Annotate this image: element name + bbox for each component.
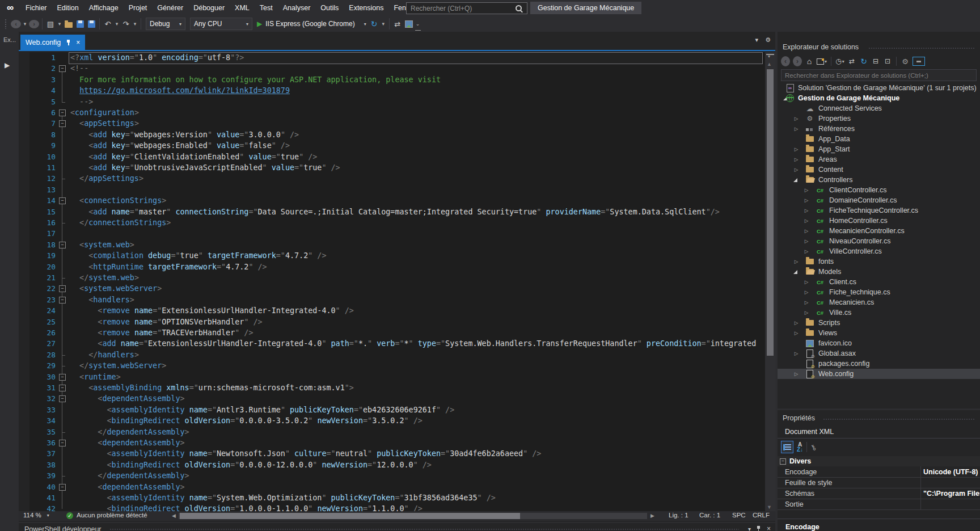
- undo-dropdown[interactable]: ▾: [114, 18, 120, 30]
- tree-item-content[interactable]: ▷Content: [778, 165, 980, 175]
- fold-collapse-icon[interactable]: −: [59, 109, 66, 116]
- chevron-collapsed-icon[interactable]: ▷: [804, 208, 809, 213]
- chevron-collapsed-icon[interactable]: ▷: [804, 289, 809, 295]
- switch-views-button[interactable]: ▾: [817, 56, 827, 66]
- chevron-collapsed-icon[interactable]: ▷: [804, 310, 809, 315]
- home-icon[interactable]: ⌂: [805, 56, 814, 66]
- code-editor[interactable]: ▲ ▼ 1<?xml version="1.0" encoding="utf-8…: [19, 52, 775, 511]
- chevron-collapsed-icon[interactable]: ▷: [804, 238, 809, 244]
- run-target-dropdown[interactable]: ▾: [364, 22, 366, 27]
- alphabetical-sort-button[interactable]: AZ↓: [797, 442, 803, 452]
- se-back-button[interactable]: ‹: [781, 56, 790, 66]
- status-spaces-mode[interactable]: SPC: [732, 512, 746, 519]
- tree-item-global-asax[interactable]: ▷⚙Global.asax: [778, 348, 980, 359]
- chevron-collapsed-icon[interactable]: ▷: [793, 167, 799, 172]
- tree-item-clientcontroller-cs[interactable]: ▷C#ClientController.cs: [778, 185, 980, 195]
- menu-affichage[interactable]: Affichage: [84, 0, 124, 16]
- status-column-number[interactable]: Car. : 1: [699, 512, 720, 519]
- tab-web-config[interactable]: Web.config ×: [20, 35, 85, 50]
- chevron-collapsed-icon[interactable]: ▷: [804, 218, 809, 224]
- menu-xml[interactable]: XML: [230, 0, 255, 16]
- close-tab-icon[interactable]: ×: [76, 39, 80, 47]
- property-value[interactable]: Unicode (UTF-8): [921, 466, 980, 477]
- menu-fichier[interactable]: Fichier: [20, 0, 52, 16]
- new-project-button[interactable]: ▤: [45, 18, 56, 30]
- rail-expand-arrow-icon[interactable]: ▶: [5, 61, 10, 69]
- navigate-back-dropdown[interactable]: ▾: [22, 18, 28, 30]
- panel-position-dropdown-icon[interactable]: ▾: [748, 526, 751, 531]
- fold-collapse-icon[interactable]: −: [59, 120, 66, 127]
- toolbar-grip[interactable]: [5, 19, 7, 29]
- tree-item-fiche-technique-cs[interactable]: ▷C#Fiche_technique.cs: [778, 287, 980, 297]
- tree-item-app-data[interactable]: App_Data: [778, 134, 980, 144]
- properties-title[interactable]: Propriétés: [783, 414, 815, 422]
- show-all-files-button[interactable]: ⊡: [883, 56, 892, 66]
- menu-déboguer[interactable]: Déboguer: [188, 0, 230, 16]
- chevron-collapsed-icon[interactable]: ▷: [793, 116, 799, 121]
- tree-item-scripts[interactable]: ▷Scripts: [778, 318, 980, 328]
- new-project-dropdown[interactable]: ▾: [57, 18, 62, 30]
- fold-collapse-icon[interactable]: −: [59, 297, 66, 304]
- menu-test[interactable]: Test: [255, 0, 278, 16]
- property-row-encodage[interactable]: EncodageUnicode (UTF-8): [778, 466, 980, 478]
- chevron-expanded-icon[interactable]: [793, 270, 797, 274]
- property-row-feuille-de-style[interactable]: Feuille de style: [778, 477, 980, 488]
- tree-item-homecontroller-cs[interactable]: ▷C#HomeController.cs: [778, 216, 980, 226]
- tree-item-views[interactable]: ▷Views: [778, 328, 980, 338]
- tree-item-connected-services[interactable]: ☁Connected Services: [778, 103, 980, 113]
- property-value[interactable]: [921, 477, 980, 488]
- tree-item-gestion-de-garage-m-canique[interactable]: Gestion de Garage Mécanique: [778, 93, 980, 103]
- tree-item-client-cs[interactable]: ▷C#Client.cs: [778, 277, 980, 287]
- fold-collapse-icon[interactable]: −: [59, 385, 66, 391]
- solution-platform-dropdown[interactable]: Any CPU▾: [190, 18, 252, 30]
- property-row-sch-mas[interactable]: Schémas"C:\Program Files (: [778, 488, 980, 499]
- tree-item-solution-gestion-de-garage-m-canique-1-s[interactable]: ∞Solution 'Gestion de Garage Mécanique' …: [778, 83, 980, 93]
- chevron-collapsed-icon[interactable]: ▷: [793, 126, 799, 132]
- chevron-collapsed-icon[interactable]: ▷: [793, 371, 799, 377]
- collapsed-explorer-tab[interactable]: Ex...: [3, 36, 16, 43]
- solution-explorer-search-input[interactable]: Rechercher dans Explorateur de solutions…: [781, 69, 977, 81]
- property-value[interactable]: "C:\Program Files (: [921, 488, 980, 499]
- property-value[interactable]: [921, 499, 980, 509]
- refresh-dropdown[interactable]: ▾: [381, 18, 386, 30]
- chevron-collapsed-icon[interactable]: ▷: [793, 351, 799, 356]
- tree-item-fonts[interactable]: ▷fonts: [778, 256, 980, 267]
- tree-item-models[interactable]: Models: [778, 267, 980, 277]
- hscroll-right-arrow-icon[interactable]: ▶: [650, 513, 654, 519]
- menu-générer[interactable]: Générer: [152, 0, 188, 16]
- tree-item-mecaniciencontroller-cs[interactable]: ▷C#MecanicienController.cs: [778, 226, 980, 236]
- chevron-expanded-icon[interactable]: [793, 178, 797, 182]
- property-row-sortie[interactable]: Sortie: [778, 499, 980, 510]
- hscrollbar-thumb[interactable]: [180, 513, 520, 519]
- tree-item-r-f-rences[interactable]: ▷Références: [778, 124, 980, 134]
- tree-item-web-config[interactable]: ▷⚙Web.config: [778, 369, 980, 379]
- chevron-collapsed-icon[interactable]: ▷: [793, 146, 799, 152]
- open-file-button[interactable]: [64, 18, 74, 30]
- fold-collapse-icon[interactable]: −: [59, 65, 66, 72]
- properties-wrench-icon[interactable]: ⚙: [901, 56, 910, 66]
- collapse-all-button[interactable]: ⊟: [871, 56, 880, 66]
- code-snapshot-button[interactable]: [404, 18, 414, 30]
- sync-with-active-document-button[interactable]: ⇄: [847, 56, 856, 66]
- tree-item-domainecontroller-cs[interactable]: ▷C#DomaineController.cs: [778, 195, 980, 205]
- tree-item-fichetechniquecontroller-cs[interactable]: ▷C#FicheTechniqueController.cs: [778, 205, 980, 216]
- tree-item-favicon-ico[interactable]: favicon.ico: [778, 338, 980, 348]
- fold-collapse-icon[interactable]: −: [59, 440, 66, 446]
- editor-vertical-scrollbar[interactable]: ▲ ▼: [765, 52, 775, 511]
- chevron-collapsed-icon[interactable]: ▷: [804, 248, 809, 254]
- properties-category-divers[interactable]: − Divers: [778, 456, 980, 466]
- save-all-button[interactable]: [86, 18, 96, 30]
- active-files-dropdown-icon[interactable]: ▾: [755, 36, 759, 44]
- menu-projet[interactable]: Projet: [124, 0, 153, 16]
- chevron-collapsed-icon[interactable]: ▷: [793, 330, 799, 336]
- chevron-collapsed-icon[interactable]: ▷: [804, 197, 809, 203]
- bottom-panel-title[interactable]: PowerShell développeur: [24, 525, 102, 531]
- scrollbar-split-handle[interactable]: [766, 54, 774, 61]
- tree-item-app-start[interactable]: ▷App_Start: [778, 144, 980, 154]
- scrollbar-thumb[interactable]: [767, 69, 774, 356]
- menu-outils[interactable]: Outils: [315, 0, 344, 16]
- redo-button[interactable]: ↷: [121, 18, 131, 30]
- redo-dropdown[interactable]: ▾: [132, 18, 138, 30]
- editor-options-gear-icon[interactable]: ⚙: [765, 36, 771, 44]
- solution-explorer-title[interactable]: Explorateur de solutions: [783, 43, 859, 51]
